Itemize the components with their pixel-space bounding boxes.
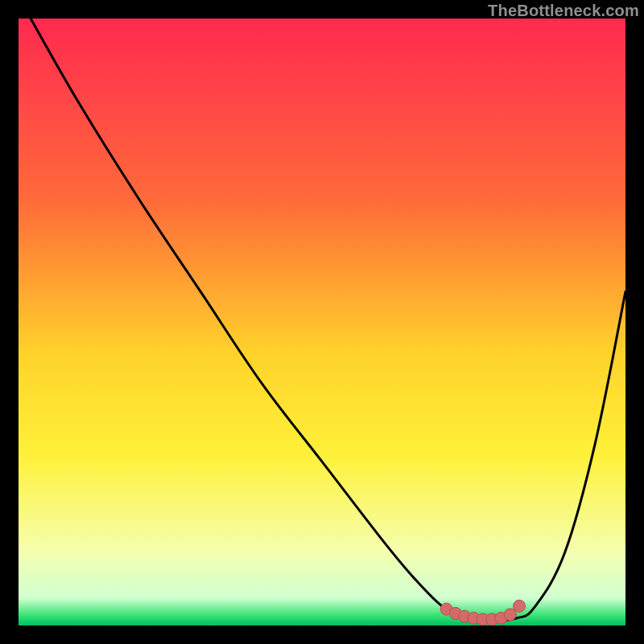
heat-gradient [19, 19, 625, 625]
plot-area [19, 19, 625, 625]
svg-rect-0 [19, 19, 625, 625]
watermark-text: TheBottleneck.com [488, 2, 639, 20]
chart-frame: TheBottleneck.com [0, 0, 644, 644]
